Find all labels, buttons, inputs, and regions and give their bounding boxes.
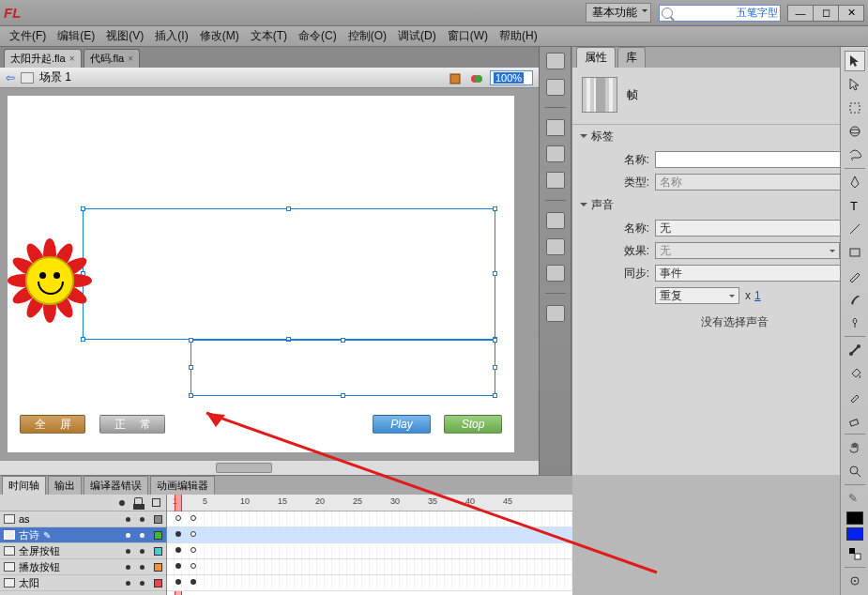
menu-view[interactable]: 视图(V)	[100, 26, 149, 46]
pen-tool[interactable]	[845, 172, 865, 192]
zoom-tool[interactable]	[845, 461, 865, 481]
align-panel-icon[interactable]	[546, 119, 565, 136]
sound-name-dropdown[interactable]: 无	[655, 220, 859, 236]
menu-help[interactable]: 帮助(H)	[494, 26, 543, 46]
deco-tool[interactable]	[845, 313, 865, 333]
minimize-button[interactable]: —	[787, 5, 814, 22]
line-tool[interactable]	[845, 219, 865, 239]
layer-fullscreen-btn[interactable]: 全屏按钮	[0, 543, 166, 559]
close-button[interactable]: ✕	[838, 5, 864, 22]
repeat-count[interactable]: x1	[745, 289, 761, 302]
sync-dropdown[interactable]: 事件	[655, 265, 859, 282]
layer-name: 古诗	[19, 528, 39, 542]
stroke-color[interactable]: ✎	[845, 488, 865, 509]
info-panel-icon[interactable]	[546, 145, 565, 162]
doc-tab-1[interactable]: 太阳升起.fla ×	[4, 49, 82, 68]
frame-name-label: 名称:	[616, 152, 649, 168]
layer-play-btn[interactable]: 播放按钮	[0, 559, 166, 575]
pencil-tool[interactable]	[845, 266, 865, 286]
fill-swatch[interactable]	[846, 527, 863, 541]
3d-rotation-tool[interactable]	[845, 121, 865, 142]
menu-insert[interactable]: 插入(I)	[149, 26, 193, 46]
close-tab-icon[interactable]: ×	[128, 53, 133, 64]
selection-rect-1[interactable]	[83, 208, 495, 340]
menu-commands[interactable]: 命令(C)	[293, 26, 343, 46]
section-label[interactable]: 标签	[572, 125, 868, 148]
visibility-header-icon[interactable]	[119, 500, 125, 506]
selection-tool[interactable]	[845, 51, 865, 71]
tab-compiler-errors[interactable]: 编译器错误	[84, 476, 148, 495]
tab-timeline[interactable]: 时间轴	[2, 476, 46, 495]
brush-tool[interactable]	[845, 289, 865, 310]
search-box[interactable]: 五笔字型	[659, 5, 781, 22]
color-panel-icon[interactable]	[546, 53, 565, 69]
lasso-tool[interactable]	[845, 145, 865, 165]
menu-debug[interactable]: 调试(D)	[392, 26, 442, 46]
free-transform-tool[interactable]	[845, 98, 865, 118]
close-tab-icon[interactable]: ×	[69, 53, 75, 64]
menu-modify[interactable]: 修改(M)	[194, 26, 245, 46]
frame-row-sun	[167, 575, 572, 591]
section-sound[interactable]: 声音	[572, 193, 868, 217]
layer-poem[interactable]: 古诗 ✎	[0, 527, 166, 543]
tab-properties[interactable]: 属性	[576, 47, 616, 68]
frame-type-dropdown[interactable]: 名称	[655, 174, 859, 191]
workspace-dropdown[interactable]: 基本功能	[586, 3, 651, 23]
repeat-dropdown[interactable]: 重复	[655, 287, 739, 304]
edit-symbol-icon[interactable]	[469, 71, 484, 84]
timeline-panel: 时间轴 输出 编译器错误 动画编辑器 as 古诗 ✎	[0, 475, 572, 595]
eyedropper-tool[interactable]	[845, 387, 865, 407]
motion-presets-icon[interactable]	[546, 265, 565, 282]
outline-header-icon[interactable]	[152, 498, 160, 507]
stroke-swatch[interactable]	[846, 511, 863, 525]
layer-sun[interactable]: 太阳	[0, 575, 166, 591]
subselection-tool[interactable]	[845, 74, 865, 95]
eraser-tool[interactable]	[845, 410, 865, 431]
frames-area[interactable]: 1 5 10 15 20 25 30 35 40 45	[167, 495, 572, 595]
code-snippets-icon[interactable]	[546, 212, 565, 229]
project-panel-icon[interactable]	[546, 305, 565, 322]
components-icon[interactable]	[546, 238, 565, 255]
menu-edit[interactable]: 编辑(E)	[52, 26, 100, 46]
effect-dropdown[interactable]: 无	[655, 242, 840, 259]
maximize-button[interactable]: ◻	[813, 5, 839, 22]
sun-sprite[interactable]	[8, 238, 92, 323]
layer-icon	[4, 546, 15, 556]
fullscreen-button[interactable]: 全 屏	[20, 415, 85, 434]
stage[interactable]: 全 屏 正 常 Play Stop	[8, 96, 514, 452]
scene-icon	[21, 72, 34, 84]
zoom-input[interactable]: 100%	[490, 70, 533, 85]
swap-colors-icon[interactable]	[845, 543, 865, 564]
no-sound-message: 没有选择声音	[572, 307, 868, 330]
lock-header-icon[interactable]	[134, 497, 143, 506]
hand-tool[interactable]	[845, 437, 865, 458]
selection-rect-2[interactable]	[190, 340, 495, 396]
text-tool[interactable]: T	[845, 195, 865, 216]
menu-control[interactable]: 控制(O)	[343, 26, 392, 46]
paint-bucket-tool[interactable]	[845, 363, 865, 384]
stage-hscrollbar[interactable]	[0, 460, 539, 475]
normal-button[interactable]: 正 常	[99, 415, 165, 434]
frame-name-input[interactable]	[655, 151, 859, 168]
frame-row-as	[167, 511, 572, 527]
play-button[interactable]: Play	[373, 415, 431, 434]
menu-file[interactable]: 文件(F)	[4, 26, 52, 46]
scene-back-icon[interactable]: ⇦	[6, 71, 15, 84]
stop-button[interactable]: Stop	[444, 415, 502, 434]
menu-text[interactable]: 文本(T)	[245, 26, 293, 46]
doc-tab-2[interactable]: 代码.fla ×	[84, 49, 141, 68]
tab-library[interactable]: 库	[617, 47, 646, 68]
bone-tool[interactable]	[845, 340, 865, 360]
layer-as[interactable]: as	[0, 511, 166, 527]
menu-window[interactable]: 窗口(W)	[442, 26, 494, 46]
timeline-ruler[interactable]: 1 5 10 15 20 25 30 35 40 45	[167, 495, 572, 511]
snap-icon[interactable]	[845, 571, 865, 591]
rectangle-tool[interactable]	[845, 242, 865, 263]
edit-scene-icon[interactable]	[449, 71, 464, 84]
tab-output[interactable]: 输出	[48, 476, 82, 495]
svg-point-2	[475, 75, 482, 83]
svg-rect-14	[849, 548, 855, 554]
tab-motion-editor[interactable]: 动画编辑器	[150, 476, 215, 495]
swatches-panel-icon[interactable]	[546, 79, 565, 96]
transform-panel-icon[interactable]	[546, 172, 565, 189]
